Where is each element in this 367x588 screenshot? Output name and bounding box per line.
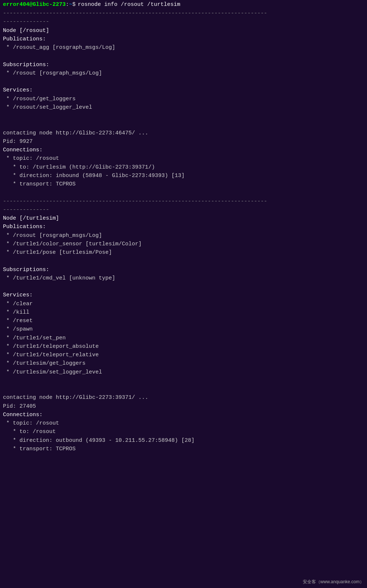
turtlesim-svc-4: * /spawn: [3, 325, 364, 333]
prompt-at: @: [29, 1, 33, 8]
rosout-svc-1: * /rosout/get_loggers: [3, 95, 364, 103]
prompt-dollar: $: [72, 1, 76, 8]
turtlesim-conn-4: * transport: TCPROS: [3, 445, 364, 453]
turtlesim-empty-4: [3, 385, 364, 393]
rosout-services-label: Services:: [3, 86, 364, 94]
prompt-colon: :: [66, 1, 69, 8]
turtlesim-pub-2: * /turtle1/color_sensor [turtlesim/Color…: [3, 240, 364, 248]
turtlesim-svc-6: * /turtle1/teleport_absolute: [3, 342, 364, 351]
turtlesim-services-label: Services:: [3, 291, 364, 299]
rosout-publications-label: Publications:: [3, 35, 364, 43]
rosout-conn-3: * direction: inbound (58948 - Glibc-2273…: [3, 172, 364, 180]
turtlesim-subscriptions-label: Subscriptions:: [3, 266, 364, 274]
rosout-empty-1: [3, 52, 364, 60]
separator-short-1: --------------: [3, 18, 364, 26]
rosout-pid: Pid: 9927: [3, 137, 364, 146]
rosout-conn-1: * topic: /rosout: [3, 154, 364, 163]
turtlesim-svc-7: * /turtle1/teleport_relative: [3, 351, 364, 359]
rosout-node-label: Node [/rosout]: [3, 26, 364, 35]
turtlesim-svc-1: * /clear: [3, 300, 364, 308]
turtlesim-conn-1: * topic: /rosout: [3, 419, 364, 428]
turtlesim-connections-label: Connections:: [3, 411, 364, 419]
terminal-output: ----------------------------------------…: [0, 8, 367, 454]
prompt-line: error404@Glibc-2273:~ $ rosnode info /ro…: [0, 0, 367, 8]
turtlesim-sub-1: * /turtle1/cmd_vel [unknown type]: [3, 274, 364, 282]
rosout-empty-5: [3, 188, 364, 197]
turtlesim-pub-3: * /turtle1/pose [turtlesim/Pose]: [3, 248, 364, 257]
separator-short-2: --------------: [3, 206, 364, 214]
rosout-contacting: contacting node http://Glibc-2273:46475/…: [3, 129, 364, 137]
turtlesim-svc-3: * /reset: [3, 317, 364, 325]
turtlesim-svc-2: * /kill: [3, 308, 364, 317]
rosout-empty-2: [3, 77, 364, 86]
rosout-pub-1: * /rosout_agg [rosgraph_msgs/Log]: [3, 43, 364, 52]
rosout-subscriptions-label: Subscriptions:: [3, 61, 364, 69]
turtlesim-publications-label: Publications:: [3, 223, 364, 231]
turtlesim-empty-2: [3, 282, 364, 291]
rosout-conn-4: * transport: TCPROS: [3, 180, 364, 188]
terminal-window: error404@Glibc-2273:~ $ rosnode info /ro…: [0, 0, 367, 588]
prompt-command: rosnode info /rosout /turtlesim: [78, 1, 180, 8]
turtlesim-pub-1: * /rosout [rosgraph_msgs/Log]: [3, 231, 364, 240]
turtlesim-svc-5: * /turtle1/set_pen: [3, 334, 364, 342]
separator-line-2: ----------------------------------------…: [3, 197, 364, 206]
prompt-path: ~: [69, 1, 72, 8]
prompt-user: error404: [3, 1, 29, 8]
turtlesim-pid: Pid: 27405: [3, 402, 364, 411]
turtlesim-svc-9: * /turtlesim/set_logger_level: [3, 368, 364, 376]
rosout-sub-1: * /rosout [rosgraph_msgs/Log]: [3, 69, 364, 77]
turtlesim-empty-1: [3, 257, 364, 265]
turtlesim-svc-8: * /turtlesim/get_loggers: [3, 359, 364, 368]
turtlesim-node-label: Node [/turtlesim]: [3, 214, 364, 223]
turtlesim-contacting: contacting node http://Glibc-2273:39371/…: [3, 393, 364, 402]
rosout-connections-label: Connections:: [3, 146, 364, 154]
rosout-empty-3: [3, 112, 364, 120]
rosout-svc-2: * /rosout/set_logger_level: [3, 103, 364, 112]
turtlesim-conn-3: * direction: outbound (49393 - 10.211.55…: [3, 436, 364, 445]
separator-line-1: ----------------------------------------…: [3, 9, 364, 18]
turtlesim-empty-3: [3, 376, 364, 385]
watermark: 安全客（www.anquanke.com）: [303, 579, 364, 585]
rosout-empty-4: [3, 120, 364, 129]
turtlesim-conn-2: * to: /rosout: [3, 428, 364, 436]
rosout-conn-2: * to: /turtlesim (http://Glibc-2273:3937…: [3, 163, 364, 172]
prompt-host: Glibc-2273: [33, 1, 66, 8]
